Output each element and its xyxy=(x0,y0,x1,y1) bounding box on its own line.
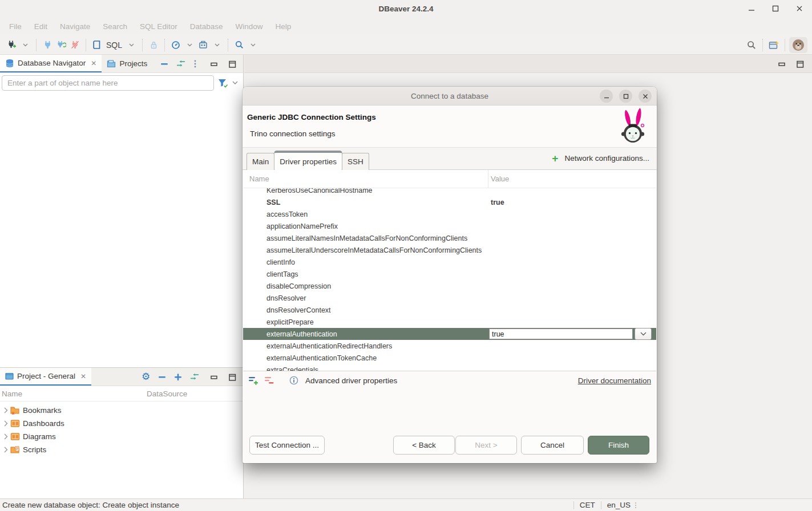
expand-chevron-icon[interactable] xyxy=(1,420,10,427)
search-icon[interactable] xyxy=(745,38,758,52)
menu-file[interactable]: File xyxy=(3,22,28,31)
expand-chevron-icon[interactable] xyxy=(1,407,10,413)
maximize-view-icon[interactable] xyxy=(228,374,236,381)
property-row-clienttags[interactable]: clientTags xyxy=(243,268,656,280)
status-bar: Create new database object: Create objec… xyxy=(0,498,812,511)
property-row-assumeliteralunderscoreinmetadatacallsfornonconformingclients[interactable]: assumeLiteralUnderscoreInMetadataCallsFo… xyxy=(243,244,656,256)
tab-projects[interactable]: Projects xyxy=(102,55,152,72)
next-button[interactable]: Next > xyxy=(455,436,517,455)
dialog-tab-main[interactable]: Main xyxy=(247,153,274,170)
driver-documentation-link[interactable]: Driver documentation xyxy=(578,376,651,385)
property-name: accessToken xyxy=(243,210,487,218)
reconnect-icon[interactable] xyxy=(54,38,68,52)
link-with-editor-icon[interactable] xyxy=(176,60,185,67)
dialog-close-button[interactable] xyxy=(639,90,652,103)
tree-item-diagrams[interactable]: Diagrams xyxy=(0,430,243,443)
window-minimize-button[interactable] xyxy=(747,4,756,13)
property-row-explicitprepare[interactable]: explicitPrepare xyxy=(243,316,656,328)
connect-icon[interactable] xyxy=(41,38,54,52)
project-tabbar: Project - General ✕ ⚙ xyxy=(0,368,243,386)
property-row-accesstoken[interactable]: accessToken xyxy=(243,208,656,220)
expand-chevron-icon[interactable] xyxy=(1,433,10,440)
driver-dropdown-icon[interactable] xyxy=(210,38,224,52)
perspective-icon[interactable] xyxy=(767,38,781,52)
dialog-tab-ssh[interactable]: SSH xyxy=(342,153,369,170)
minimize-view-icon[interactable] xyxy=(778,60,786,67)
view-menu-icon[interactable] xyxy=(193,59,197,68)
sql-dropdown-icon[interactable] xyxy=(124,38,138,52)
tab-label: Project - General xyxy=(17,372,75,380)
menu-navigate[interactable]: Navigate xyxy=(54,22,96,31)
link-with-editor-icon[interactable] xyxy=(190,373,199,380)
minimize-view-icon[interactable] xyxy=(210,60,218,67)
search-dropdown-icon[interactable] xyxy=(246,38,260,52)
menu-search[interactable]: Search xyxy=(96,22,134,31)
expand-chevron-icon[interactable] xyxy=(1,447,10,453)
property-row-clientinfo[interactable]: clientInfo xyxy=(243,256,656,268)
property-row-externalauthenticationtokencache[interactable]: externalAuthenticationTokenCache xyxy=(243,352,656,364)
tab-close-icon[interactable]: ✕ xyxy=(91,59,96,67)
disconnect-icon[interactable] xyxy=(68,38,82,52)
tree-item-scripts[interactable]: Scripts xyxy=(0,443,243,456)
dialog-heading: Generic JDBC Connection Settings xyxy=(247,113,376,121)
collapse-all-icon[interactable] xyxy=(158,373,166,381)
settings-gear-icon[interactable]: ⚙ xyxy=(142,372,150,382)
property-name: externalAuthenticationTokenCache xyxy=(243,354,487,362)
property-row-assumeliteralnamesinmetadatacallsfornonconformingclients[interactable]: assumeLiteralNamesInMetadataCallsForNonC… xyxy=(243,232,656,244)
new-connection-icon[interactable] xyxy=(5,38,18,52)
menu-database[interactable]: Database xyxy=(184,22,229,31)
dialog-minimize-button[interactable] xyxy=(600,90,613,103)
test-connection-button[interactable]: Test Connection ... xyxy=(249,436,325,455)
property-row-extracredentials[interactable]: extraCredentials xyxy=(243,364,656,371)
maximize-view-icon[interactable] xyxy=(228,60,236,68)
property-row-dnsresolvercontext[interactable]: dnsResolverContext xyxy=(243,304,656,316)
tree-item-dashboards[interactable]: Dashboards xyxy=(0,417,243,430)
editor-tabbar xyxy=(244,55,812,73)
search-objects-icon[interactable] xyxy=(232,38,246,52)
value-dropdown-button[interactable] xyxy=(635,328,652,340)
object-name-filter-input[interactable] xyxy=(2,75,214,91)
transaction-dropdown-icon[interactable] xyxy=(183,38,196,52)
add-property-icon[interactable] xyxy=(248,376,259,385)
network-configurations-button[interactable]: + Network configurations... xyxy=(552,153,649,164)
collapse-all-icon[interactable] xyxy=(160,60,168,68)
remove-property-icon[interactable] xyxy=(264,376,274,385)
maximize-view-icon[interactable] xyxy=(796,60,804,68)
tree-item-bookmarks[interactable]: Bookmarks xyxy=(0,404,243,417)
back-button[interactable]: < Back xyxy=(393,436,455,455)
property-row-disablecompression[interactable]: disableCompression xyxy=(243,280,656,292)
driver-manager-icon[interactable] xyxy=(196,38,210,52)
menu-window[interactable]: Window xyxy=(229,22,269,31)
profile-avatar[interactable] xyxy=(789,37,807,53)
timezone-indicator[interactable]: CET xyxy=(580,501,595,509)
filter-dropdown-icon[interactable] xyxy=(232,81,238,85)
locale-indicator[interactable]: en_US xyxy=(607,501,631,509)
cancel-button[interactable]: Cancel xyxy=(521,436,584,455)
menu-sql-editor[interactable]: SQL Editor xyxy=(134,22,184,31)
finish-button[interactable]: Finish xyxy=(588,436,649,455)
window-maximize-button[interactable] xyxy=(771,4,780,13)
property-row-kerberosusecanonicalhostname[interactable]: KerberosUseCanonicalHostname xyxy=(243,188,656,196)
minimize-view-icon[interactable] xyxy=(210,374,218,380)
new-connection-dropdown-icon[interactable] xyxy=(18,38,32,52)
property-row-dnsresolver[interactable]: dnsResolver xyxy=(243,292,656,304)
expand-all-icon[interactable] xyxy=(174,373,182,381)
transaction-monitor-icon[interactable] xyxy=(169,38,183,52)
tab-database-navigator[interactable]: Database Navigator ✕ xyxy=(0,55,102,72)
dialog-tab-driver-properties[interactable]: Driver properties xyxy=(274,151,342,170)
menu-help[interactable]: Help xyxy=(269,22,297,31)
filter-funnel-icon[interactable] xyxy=(217,78,229,88)
tab-label: Projects xyxy=(119,59,147,68)
menu-edit[interactable]: Edit xyxy=(28,22,54,31)
window-close-button[interactable] xyxy=(795,4,804,13)
tab-project-general[interactable]: Project - General ✕ xyxy=(0,368,91,386)
property-value-input[interactable] xyxy=(489,328,633,339)
tab-close-icon[interactable]: ✕ xyxy=(80,372,86,380)
property-row-externalauthentication[interactable]: externalAuthentication xyxy=(243,328,656,340)
autocommit-lock-icon[interactable] xyxy=(147,38,160,52)
dialog-maximize-button[interactable] xyxy=(619,90,632,103)
property-row-applicationnameprefix[interactable]: applicationNamePrefix xyxy=(243,220,656,232)
property-row-externalauthenticationredirecthandlers[interactable]: externalAuthenticationRedirectHandlers xyxy=(243,340,656,352)
new-sql-editor-icon[interactable] xyxy=(90,38,104,52)
property-row-ssl[interactable]: SSLtrue xyxy=(243,196,656,208)
